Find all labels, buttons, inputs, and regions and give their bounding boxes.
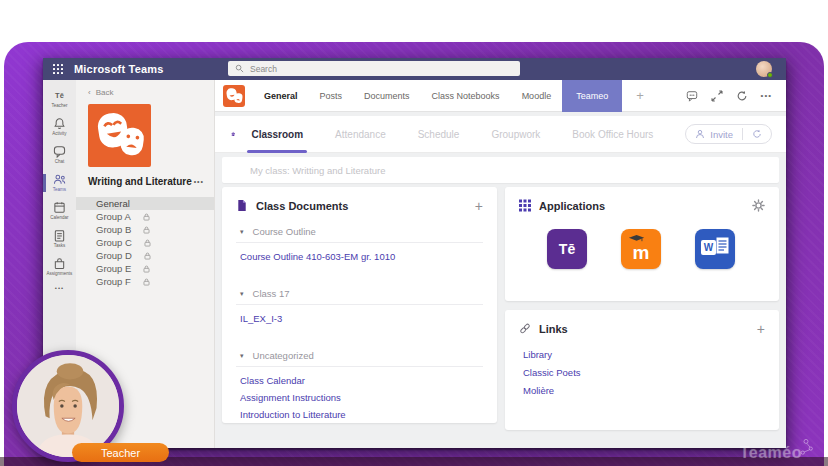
conversation-icon[interactable] xyxy=(686,90,698,102)
refresh-icon[interactable] xyxy=(752,129,762,139)
app-tile-teameo[interactable]: Tē xyxy=(547,229,587,269)
channel-general[interactable]: General xyxy=(76,197,214,210)
teacher-badge: Teacher xyxy=(72,443,169,462)
tab-teameo[interactable]: Teameo xyxy=(562,80,622,112)
rail-item-tasks[interactable]: Tasks xyxy=(43,225,76,253)
subtab-book-office-hours[interactable]: Book Office Hours xyxy=(572,116,653,153)
rail-item-label: Activity xyxy=(52,131,66,136)
channel-group-d[interactable]: Group D xyxy=(76,249,214,262)
tab-general[interactable]: General xyxy=(253,91,309,101)
card-title: Class Documents xyxy=(256,200,348,212)
subtab-attendance[interactable]: Attendance xyxy=(335,116,386,153)
add-link-button[interactable]: + xyxy=(757,324,765,334)
link-icon xyxy=(519,322,531,335)
rail-item-label: Chat xyxy=(55,159,65,164)
rail-item-teams[interactable]: Teams xyxy=(43,169,76,197)
section-header[interactable]: ▾ Class 17 xyxy=(236,288,483,305)
lock-icon xyxy=(144,239,151,247)
card-title: Applications xyxy=(539,200,605,212)
document-icon xyxy=(236,199,248,212)
rail-item-label: Calendar xyxy=(50,215,68,220)
rail-more-button[interactable]: ••• xyxy=(43,285,76,291)
word-app-icon: W xyxy=(701,240,716,255)
channel-label: Group F xyxy=(96,276,131,287)
subtab-schedule[interactable]: Schedule xyxy=(418,116,460,153)
section-label: Class 17 xyxy=(253,288,290,299)
app-tiles: Tē m xyxy=(519,229,765,269)
expand-icon[interactable] xyxy=(711,90,723,102)
rail-item-label: Assignments xyxy=(47,271,73,276)
calendar-icon xyxy=(53,201,66,214)
search-icon xyxy=(235,64,244,73)
link-item[interactable]: Library xyxy=(519,345,765,363)
tab-documents[interactable]: Documents xyxy=(353,91,421,101)
team-more-button[interactable]: ••• xyxy=(194,178,204,185)
app-launcher-icon[interactable] xyxy=(53,64,64,75)
bell-icon xyxy=(53,117,66,130)
back-button[interactable]: ‹Back xyxy=(76,80,214,97)
rail-item-teacher[interactable]: Tē Teacher xyxy=(43,85,76,113)
tasks-icon xyxy=(53,229,66,242)
rail-item-activity[interactable]: Activity xyxy=(43,113,76,141)
link-item[interactable]: Classic Poets xyxy=(519,363,765,381)
applications-settings-button[interactable] xyxy=(752,199,765,212)
team-avatar-small[interactable] xyxy=(223,85,245,107)
section-label: Course Outline xyxy=(253,226,316,237)
lock-icon xyxy=(144,252,151,260)
person-icon xyxy=(695,129,705,139)
channel-group-a[interactable]: Group A xyxy=(76,210,214,223)
app-tile-moodle[interactable]: m xyxy=(621,229,661,269)
theater-masks-icon xyxy=(88,104,151,167)
channel-group-e[interactable]: Group E xyxy=(76,262,214,275)
lock-icon xyxy=(143,226,150,234)
invite-button[interactable]: Invite xyxy=(685,124,772,144)
subtab-classroom[interactable]: Classroom xyxy=(251,116,303,153)
doc-section-uncategorized: ▾ Uncategorized Class Calendar Assignmen… xyxy=(236,350,483,420)
channel-list: General Group A Group B Group C xyxy=(76,197,214,288)
channel-label: Group A xyxy=(96,211,131,222)
more-options-button[interactable]: ••• xyxy=(761,91,772,100)
document-link[interactable]: Introduction to Litterature xyxy=(236,409,483,420)
tab-moodle[interactable]: Moodle xyxy=(511,91,563,101)
subtab-groupwork[interactable]: Groupwork xyxy=(491,116,540,153)
channel-label: Group E xyxy=(96,263,131,274)
add-document-button[interactable]: + xyxy=(475,201,483,211)
grid-icon xyxy=(519,199,531,212)
tab-class-notebooks[interactable]: Class Notebooks xyxy=(421,91,511,101)
back-label: Back xyxy=(96,88,114,97)
add-tab-button[interactable]: + xyxy=(622,88,658,103)
channel-label: Group D xyxy=(96,250,132,261)
teams-people-icon xyxy=(53,173,66,186)
rail-item-chat[interactable]: Chat xyxy=(43,141,76,169)
links-card: Links + Library Classic Poets Molière xyxy=(505,310,779,430)
rail-item-label: Tasks xyxy=(54,243,66,248)
bag-icon xyxy=(53,257,66,270)
user-avatar[interactable] xyxy=(756,61,772,77)
channel-label: General xyxy=(96,198,130,209)
search-placeholder: Search xyxy=(250,64,277,74)
rail-item-label: Teams xyxy=(53,187,66,192)
app-tile-word[interactable]: W xyxy=(695,229,735,269)
class-banner: My class: Writting and Literature xyxy=(222,157,779,183)
document-link[interactable]: Class Calendar xyxy=(236,375,483,386)
search-input[interactable]: Search xyxy=(228,61,520,76)
tab-posts[interactable]: Posts xyxy=(309,91,354,101)
molecule-icon xyxy=(798,438,814,456)
channel-group-f[interactable]: Group F xyxy=(76,275,214,288)
section-header[interactable]: ▾ Course Outline xyxy=(236,226,483,243)
channel-group-c[interactable]: Group C xyxy=(76,236,214,249)
rail-item-label: Teacher xyxy=(51,103,67,108)
teameo-logo-icon: Tē xyxy=(55,89,64,102)
team-name: Writing and Literature xyxy=(88,176,192,187)
refresh-icon[interactable] xyxy=(736,90,748,102)
channel-group-b[interactable]: Group B xyxy=(76,223,214,236)
document-link[interactable]: IL_EX_I-3 xyxy=(236,313,483,324)
rail-item-calendar[interactable]: Calendar xyxy=(43,197,76,225)
link-item[interactable]: Molière xyxy=(519,381,765,399)
section-header[interactable]: ▾ Uncategorized xyxy=(236,350,483,367)
chevron-left-icon: ‹ xyxy=(88,88,91,97)
lock-icon xyxy=(143,265,150,273)
rail-item-assignments[interactable]: Assignments xyxy=(43,253,76,281)
document-link[interactable]: Course Outline 410-603-EM gr. 1010 xyxy=(236,251,483,262)
document-link[interactable]: Assignment Instructions xyxy=(236,392,483,403)
